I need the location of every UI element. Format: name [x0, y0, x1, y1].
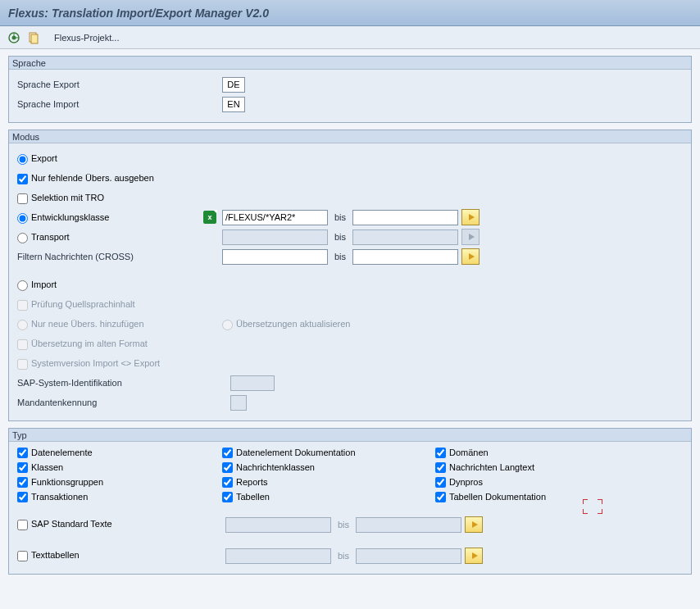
label-bis-4: bis — [331, 520, 356, 529]
radio-transport[interactable]: Transport — [17, 232, 222, 243]
range-button-txttab[interactable] — [465, 548, 483, 564]
input-sapstd-low — [225, 517, 331, 533]
check-old-format: Übersetzung im alten Format — [17, 339, 148, 349]
check-nachrichten-langtext[interactable]: Nachrichten Langtext — [435, 461, 648, 472]
input-devclass-high[interactable] — [352, 210, 458, 225]
svg-rect-5 — [31, 34, 38, 43]
check-dynpros[interactable]: Dynpros — [435, 476, 648, 487]
check-nachrichtenklassen[interactable]: Nachrichtenklassen — [222, 461, 435, 472]
radio-upd-trans: Übersetzungen aktualisieren — [222, 319, 350, 329]
check-datenelemente[interactable]: Datenelemente — [17, 447, 222, 457]
group-title-modus: Modus — [9, 130, 691, 143]
toolbar: Flexus-Projekt... — [0, 26, 700, 49]
range-button-transport — [461, 229, 480, 245]
input-sprache-import[interactable] — [222, 97, 245, 112]
label-sprache-export: Sprache Export — [17, 80, 189, 89]
xlsx-icon: x — [202, 211, 217, 224]
check-sel-tro[interactable]: Selektion mit TRO — [17, 193, 104, 203]
input-txttab-high — [356, 548, 461, 564]
range-button-filter[interactable] — [461, 248, 480, 265]
check-tabellen-doku[interactable]: Tabellen Dokumentation — [435, 491, 648, 502]
execute-icon[interactable] — [7, 30, 21, 45]
radio-export[interactable]: Export — [17, 153, 57, 164]
input-transport-low — [222, 230, 328, 245]
project-menu[interactable]: Flexus-Projekt... — [54, 33, 119, 43]
check-pruefung-src: Prüfung Quellsprachinhalt — [17, 299, 135, 310]
group-typ: Typ Datenelemente Datenelement Dokumenta… — [8, 428, 692, 575]
page-body: Sprache Sprache Export Sprache Import Mo… — [0, 49, 700, 588]
title-bar: Flexus: Translation Import/Export Manage… — [0, 0, 700, 26]
app-title: Flexus: Translation Import/Export Manage… — [8, 7, 269, 20]
check-domaenen[interactable]: Domänen — [435, 447, 648, 457]
group-title-sprache: Sprache — [9, 57, 691, 70]
label-bis-2: bis — [328, 232, 352, 242]
input-devclass-low[interactable] — [222, 210, 328, 225]
variant-icon[interactable] — [26, 30, 41, 45]
label-bis-3: bis — [328, 252, 352, 261]
range-button-devclass[interactable] — [461, 209, 480, 225]
label-filter-msg: Filtern Nachrichten (CROSS) — [17, 252, 222, 261]
label-sap-sys-id: SAP-System-Identifikation — [17, 378, 230, 388]
check-texttabellen[interactable]: Texttabellen — [17, 550, 80, 561]
check-sap-std-texte[interactable]: SAP Standard Texte — [17, 519, 112, 529]
range-button-sapstd[interactable] — [465, 516, 483, 533]
label-sprache-import: Sprache Import — [17, 99, 189, 109]
check-klassen[interactable]: Klassen — [17, 461, 222, 472]
focus-indicator — [583, 499, 602, 514]
radio-devclass[interactable]: Entwicklungsklasse — [17, 212, 202, 223]
check-reports[interactable]: Reports — [222, 476, 435, 487]
input-transport-high — [352, 230, 458, 245]
check-transaktionen[interactable]: Transaktionen — [17, 491, 222, 502]
radio-only-new: Nur neue Übers. hinzufügen — [17, 319, 222, 329]
input-sapstd-high — [356, 517, 461, 533]
check-tabellen[interactable]: Tabellen — [222, 491, 435, 502]
input-sap-sys-id — [230, 375, 275, 391]
group-modus: Modus Export Nur fehlende Übers. ausgebe… — [8, 130, 692, 421]
input-mandant — [230, 395, 247, 411]
label-bis-5: bis — [331, 551, 356, 561]
check-funktionsgruppen[interactable]: Funktionsgruppen — [17, 476, 222, 487]
radio-import[interactable]: Import — [17, 280, 57, 290]
group-sprache: Sprache Sprache Export Sprache Import — [8, 56, 692, 123]
group-title-typ: Typ — [9, 429, 691, 442]
label-mandant: Mandantenkennung — [17, 398, 230, 407]
check-only-missing[interactable]: Nur fehlende Übers. ausgeben — [17, 173, 154, 184]
check-datenelement-doku[interactable]: Datenelement Dokumentation — [222, 447, 435, 457]
input-sprache-export[interactable] — [222, 77, 245, 93]
label-bis-1: bis — [328, 212, 352, 222]
input-txttab-low — [225, 548, 331, 564]
input-filter-high[interactable] — [352, 249, 458, 265]
input-filter-low[interactable] — [222, 249, 328, 265]
check-sysver: Systemversion Import <> Export — [17, 358, 160, 369]
